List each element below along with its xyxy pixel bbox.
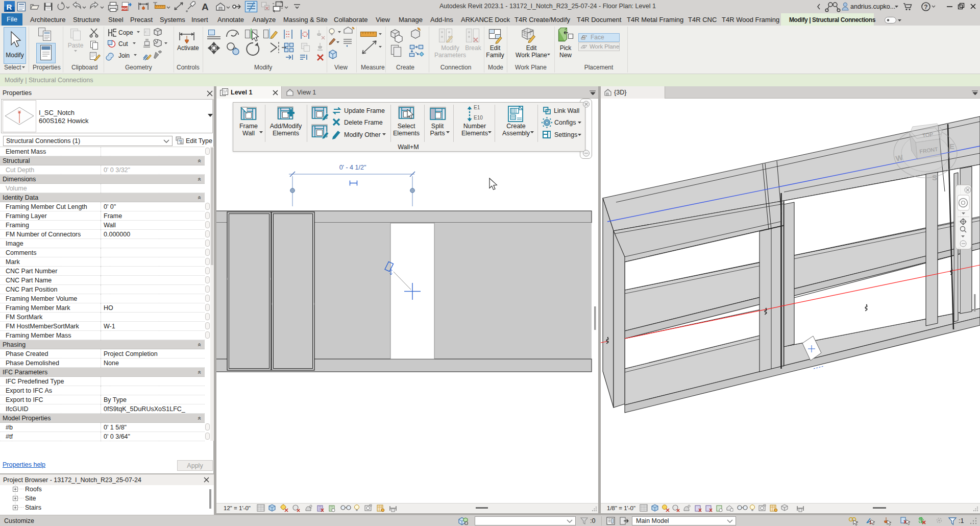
svg-text:Cope: Cope — [118, 29, 133, 36]
svg-text:Wall: Wall — [242, 130, 255, 137]
svg-text:Placement: Placement — [584, 64, 614, 71]
svg-text:Modify Other: Modify Other — [344, 131, 381, 138]
svg-text:Geometry: Geometry — [125, 64, 152, 71]
svg-text:Properties: Properties — [33, 64, 61, 71]
svg-text:Add/Modify: Add/Modify — [270, 123, 302, 130]
svg-text:Edit: Edit — [526, 44, 537, 52]
svg-text:Modify: Modify — [254, 64, 272, 71]
svg-text:Activate: Activate — [177, 44, 199, 52]
svg-text:andrius.cupko...: andrius.cupko... — [850, 3, 895, 10]
svg-text:E1: E1 — [474, 105, 480, 110]
svg-text:Link Wall: Link Wall — [554, 107, 579, 114]
svg-text:?: ? — [924, 4, 927, 11]
svg-text:Select: Select — [398, 123, 415, 130]
svg-text:Wall+M: Wall+M — [398, 144, 419, 151]
svg-text:Cut: Cut — [118, 40, 128, 47]
svg-text:Measure: Measure — [361, 64, 385, 71]
svg-text:Delete Frame: Delete Frame — [344, 119, 383, 126]
svg-text:Clipboard: Clipboard — [71, 64, 97, 71]
svg-text:Work Plane: Work Plane — [516, 52, 547, 59]
svg-text:Elements: Elements — [461, 130, 488, 137]
svg-text:Work Plane: Work Plane — [515, 64, 547, 71]
svg-text:Family: Family — [486, 52, 504, 59]
svg-text:PDF: PDF — [121, 7, 128, 10]
svg-text:Join: Join — [118, 52, 130, 59]
svg-text:Assembly: Assembly — [502, 130, 530, 137]
svg-text:Face: Face — [591, 34, 604, 41]
svg-text:E: E — [949, 142, 954, 151]
svg-text:Number: Number — [463, 123, 486, 130]
svg-text:Parts: Parts — [430, 130, 445, 137]
svg-text:Edit: Edit — [490, 44, 501, 52]
svg-text:Frame: Frame — [239, 123, 258, 130]
svg-text:Elements: Elements — [273, 130, 299, 137]
svg-text:Site: Site — [25, 495, 36, 502]
svg-text:Stairs: Stairs — [25, 504, 41, 511]
svg-text:Modify: Modify — [441, 44, 459, 52]
svg-text:Update Frame: Update Frame — [344, 107, 385, 114]
svg-text:Work Plane: Work Plane — [590, 43, 619, 50]
svg-text:Pick: Pick — [560, 44, 572, 52]
svg-text:Elements: Elements — [393, 130, 420, 137]
svg-text:S: S — [932, 173, 937, 182]
svg-text:Connection: Connection — [440, 64, 472, 71]
svg-text:Configs: Configs — [554, 119, 576, 126]
svg-text:Mode: Mode — [488, 64, 503, 71]
svg-text:A: A — [202, 2, 209, 12]
svg-text:Paste: Paste — [68, 42, 84, 49]
svg-text:R: R — [7, 3, 12, 11]
svg-text:Create: Create — [396, 64, 414, 71]
svg-text:Modify: Modify — [6, 52, 23, 59]
svg-text:View: View — [334, 64, 348, 71]
svg-text:0' - 4 1/2": 0' - 4 1/2" — [339, 164, 366, 171]
svg-text:Parameters: Parameters — [434, 52, 466, 59]
svg-text:Select: Select — [4, 64, 21, 71]
svg-text:Break: Break — [465, 44, 481, 52]
svg-text:Settings: Settings — [554, 131, 577, 138]
svg-text:Roofs: Roofs — [25, 486, 42, 493]
svg-text:Split: Split — [431, 123, 444, 130]
svg-text:Controls: Controls — [177, 64, 200, 71]
svg-text:New: New — [559, 52, 572, 59]
svg-text:E10: E10 — [474, 115, 483, 121]
svg-text:Create: Create — [506, 123, 526, 130]
svg-text::1: :1 — [959, 517, 964, 524]
